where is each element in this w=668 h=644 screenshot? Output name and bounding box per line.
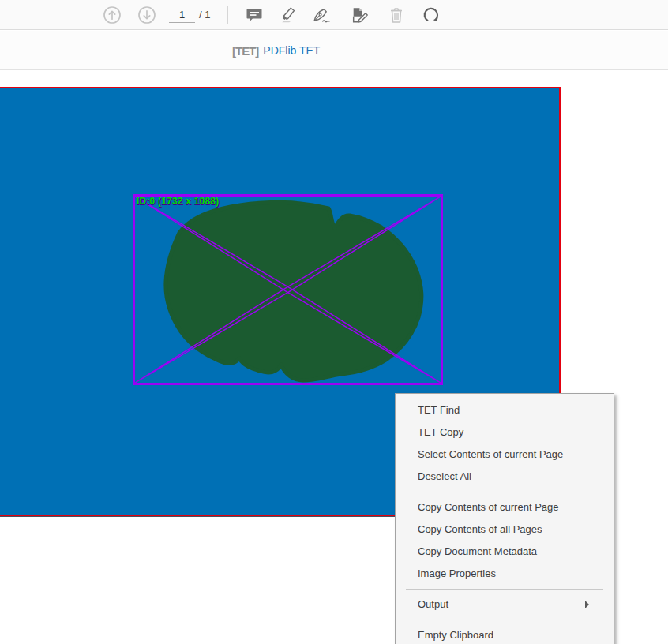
menu-item-copy-contents-current-page[interactable]: Copy Contents of current Page [396,496,614,519]
selection-cross-lines [135,197,441,383]
tet-context-menu: TET Find TET Copy Select Contents of cur… [395,393,614,644]
menu-separator [406,589,603,590]
fountain-pen-icon [312,6,331,24]
plugin-toolbar: [TET] PDFlib TET [0,31,668,70]
rotate-button[interactable] [422,6,441,24]
menu-item-select-contents-current-page[interactable]: Select Contents of current Page [396,444,614,466]
menu-item-tet-copy[interactable]: TET Copy [396,421,614,444]
menu-separator [406,492,603,492]
menu-item-copy-document-metadata[interactable]: Copy Document Metadata [396,541,614,563]
image-selection-box[interactable]: ID:0 (1732 x 1088) [133,194,443,385]
arrow-down-circle-icon [137,6,156,24]
highlight-button[interactable] [279,6,298,24]
highlighter-icon [279,6,298,24]
page-number-input[interactable] [169,6,195,23]
chevron-right-icon [585,601,589,608]
delete-button[interactable] [387,6,406,24]
menu-item-copy-contents-all-pages[interactable]: Copy Contents of all Pages [396,519,614,541]
edit-document-button[interactable] [351,6,370,24]
previous-page-button[interactable] [103,6,122,24]
trash-icon [387,6,406,24]
main-toolbar: / 1 [0,0,668,30]
arrow-up-circle-icon [103,6,122,24]
toolbar-divider [227,6,228,24]
document-area: ID:0 (1732 x 1088) TET Find TET Copy Sel… [0,70,668,644]
page-edit-icon [351,6,370,24]
menu-item-output-label: Output [418,598,448,610]
comment-button[interactable] [245,6,264,24]
menu-separator [406,620,603,620]
menu-item-deselect-all[interactable]: Deselect All [396,466,614,488]
menu-item-tet-find[interactable]: TET Find [396,399,614,421]
comment-icon [245,6,264,24]
rotate-clockwise-icon [422,6,441,24]
menu-item-image-properties[interactable]: Image Properties [396,563,614,585]
pdflib-tet-label: PDFlib TET [263,44,320,57]
menu-item-empty-clipboard[interactable]: Empty Clipboard [396,624,614,644]
fill-and-sign-button[interactable] [312,6,331,24]
acrobat-window: / 1 [0,0,668,644]
image-id-label: ID:0 (1732 x 1088) [137,196,219,207]
page-count-label: / 1 [199,9,210,21]
menu-item-output[interactable]: Output [396,593,614,616]
tet-logo: [TET] [232,44,258,58]
next-page-button[interactable] [137,6,156,24]
pdflib-tet-button[interactable]: [TET] PDFlib TET [232,42,320,59]
